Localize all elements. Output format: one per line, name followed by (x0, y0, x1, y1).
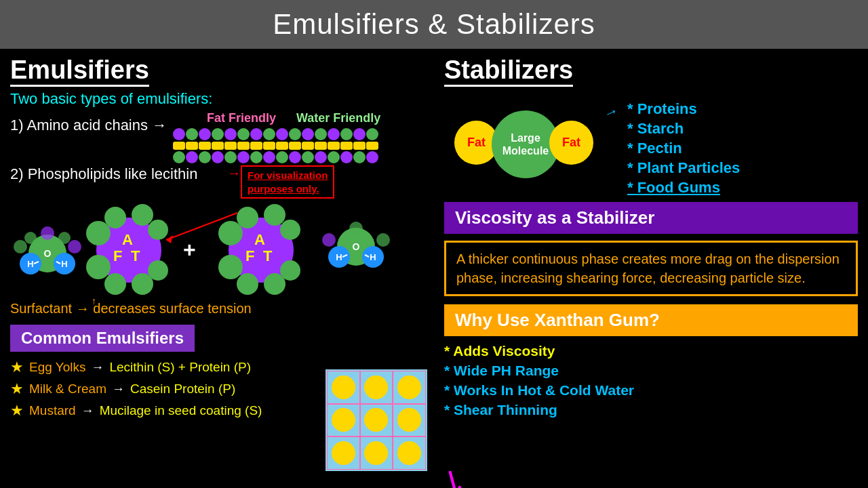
svg-text:O: O (44, 248, 52, 259)
grid-cell (360, 404, 393, 437)
svg-point-17 (132, 204, 153, 226)
svg-point-12 (58, 232, 71, 244)
s-proteins: * Proteins (627, 100, 740, 118)
xanthan-title: Why Use Xanthan Gum? (455, 310, 660, 330)
emulsifiers-title: Emulsifiers (10, 56, 149, 87)
stabilizers-title: Stabilizers (444, 56, 573, 87)
s-starch: * Starch (627, 120, 740, 138)
svg-point-30 (264, 204, 285, 226)
phospholipid-diagram: H H O (10, 196, 403, 301)
molecules-area: Fat LargeMolecule Fat → (444, 97, 620, 192)
xg-hot-cold: * Works In Hot & Cold Water (444, 382, 858, 399)
svg-text:+: + (183, 237, 196, 262)
grid-dot (397, 441, 421, 465)
star-icon: ★ (10, 402, 24, 420)
grid-cell (360, 371, 393, 404)
grid-dot (332, 441, 355, 465)
grid-dot (364, 408, 388, 432)
svg-point-33 (264, 273, 285, 295)
star-icon: ★ (10, 380, 24, 398)
viz-text-line1: For visualization (248, 169, 328, 181)
fat-right-molecule: Fat (549, 121, 593, 165)
svg-point-10 (41, 226, 54, 240)
svg-point-31 (280, 220, 300, 240)
ingredient-mustard: Mustard (29, 403, 76, 418)
grid-dot (332, 408, 355, 432)
s-food-gums: * Food Gums (627, 179, 740, 197)
viscosity-box: Viscosity as a Stabilizer (444, 202, 858, 234)
svg-marker-50 (166, 235, 173, 243)
svg-point-27 (218, 221, 243, 245)
viscosity-title: Viscosity as a Stabilizer (455, 207, 654, 228)
svg-point-14 (86, 221, 111, 245)
svg-text:F: F (113, 247, 122, 264)
arrow-2: → (112, 382, 125, 396)
svg-text:A: A (254, 231, 265, 248)
grid-cell (393, 436, 426, 470)
page-title: Emulsifiers & Stabilizers (0, 8, 868, 41)
svg-point-47 (376, 233, 390, 247)
svg-point-48 (349, 222, 363, 235)
viscosity-desc-text: A thicker continuous phase creates more … (456, 249, 846, 287)
viz-text-line2: purposes only. (248, 183, 319, 195)
viscosity-description: A thicker continuous phase creates more … (444, 241, 858, 296)
svg-point-11 (24, 232, 37, 244)
grid-dot (397, 375, 421, 399)
svg-point-28 (218, 255, 243, 279)
result-milk: Casein Protein (P) (130, 382, 235, 396)
svg-text:H: H (27, 259, 33, 269)
result-mustard: Mucilage in seed coating (S) (100, 403, 262, 418)
xg-adds-viscosity: * Adds Viscosity (444, 343, 858, 359)
star-icon: ★ (10, 359, 24, 376)
svg-text:T: T (131, 247, 140, 264)
common-emulsifiers-label: Common Emulsifiers (21, 329, 184, 347)
svg-text:T: T (263, 247, 273, 264)
svg-point-29 (237, 207, 258, 228)
grid-cell (360, 436, 393, 470)
grid-dot (332, 375, 355, 399)
grid-cell (327, 371, 360, 404)
arrow-1: → (91, 360, 104, 375)
arrow-3: → (81, 403, 94, 418)
item1-text: 1) Amino acid chains → (10, 117, 167, 134)
svg-text:F: F (245, 247, 254, 264)
common-emulsifiers-box: Common Emulsifiers (10, 325, 195, 352)
svg-point-46 (322, 233, 336, 247)
result-egg: Lecithin (S) + Protein (P) (109, 360, 251, 375)
grid-cell (393, 404, 426, 437)
grid-cell (327, 404, 360, 437)
svg-point-15 (86, 255, 111, 279)
grid-dot (364, 375, 388, 399)
svg-text:O: O (353, 241, 360, 252)
svg-point-18 (148, 220, 168, 240)
surfactant-text: Surfactant → decreases surface tension (10, 301, 424, 317)
svg-text:H: H (61, 259, 67, 269)
fat-friendly-label: Fat Friendly (207, 111, 276, 125)
svg-text:H: H (370, 252, 376, 262)
stabilizers-diagram: Fat LargeMolecule Fat → * Proteins * Sta… (444, 97, 858, 192)
stabilizer-list: * Proteins * Starch * Pectin * Plant Par… (627, 100, 740, 197)
stabilizers-section: Stabilizers Fat LargeMolecule Fat → * Pr… (434, 49, 868, 488)
two-basic-text: Two basic types of emulsifiers: (10, 90, 424, 108)
center-grid-container: ↘ (326, 369, 427, 471)
water-friendly-label: Water Friendly (296, 111, 380, 125)
svg-text:A: A (122, 231, 133, 248)
svg-text:H: H (336, 252, 342, 262)
grid-diagram (326, 369, 427, 471)
xg-ph-range: * Wide PH Range (444, 363, 858, 379)
ingredient-egg: Egg Yolks (29, 360, 85, 375)
xanthan-list: * Adds Viscosity * Wide PH Range * Works… (444, 343, 858, 418)
svg-point-8 (14, 240, 27, 253)
ingredient-milk: Milk & Cream (29, 382, 106, 396)
svg-point-9 (68, 240, 81, 253)
grid-cell (393, 371, 426, 404)
grid-cell (327, 436, 360, 470)
grid-dot (364, 441, 388, 465)
s-pectin: * Pectin (627, 140, 740, 157)
s-plant-particles: * Plant Particles (627, 159, 740, 177)
item2-text: 2) Phospholipids like lecithin (10, 165, 197, 183)
svg-point-21 (104, 273, 126, 295)
title-bar: Emulsifiers & Stabilizers (0, 0, 868, 49)
svg-point-16 (104, 207, 126, 228)
svg-point-34 (237, 273, 258, 295)
